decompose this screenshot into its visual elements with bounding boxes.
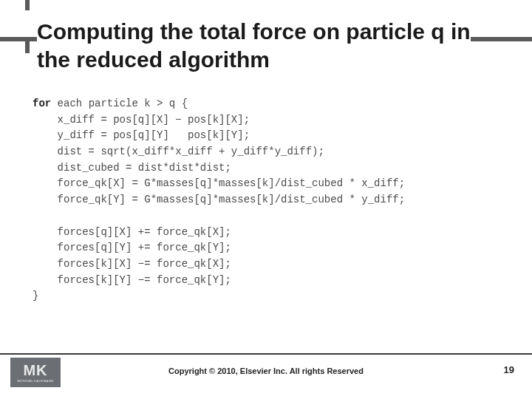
top-left-tick (25, 0, 30, 10)
footer: MK MORGAN KAUFMANN Copyright © 2010, Els… (0, 353, 532, 392)
copyright-text: Copyright © 2010, Elsevier Inc. All righ… (0, 366, 532, 375)
title-line-1: Computing the total force on particle q … (37, 19, 471, 44)
slide: Computing the total force on particle q … (0, 0, 532, 399)
code-keyword: for (33, 98, 51, 109)
code-block: for each particle k > q { x_diff = pos[q… (33, 96, 488, 304)
slide-title: Computing the total force on particle q … (37, 18, 502, 73)
code-body: each particle k > q { x_diff = pos[q][X]… (33, 98, 405, 301)
title-line-2: the reduced algorithm (37, 47, 270, 72)
logo-sub-text: MORGAN KAUFMANN (17, 379, 53, 383)
left-tick-below-rule (25, 37, 30, 53)
page-number: 19 (504, 364, 514, 375)
footer-divider (0, 353, 532, 355)
